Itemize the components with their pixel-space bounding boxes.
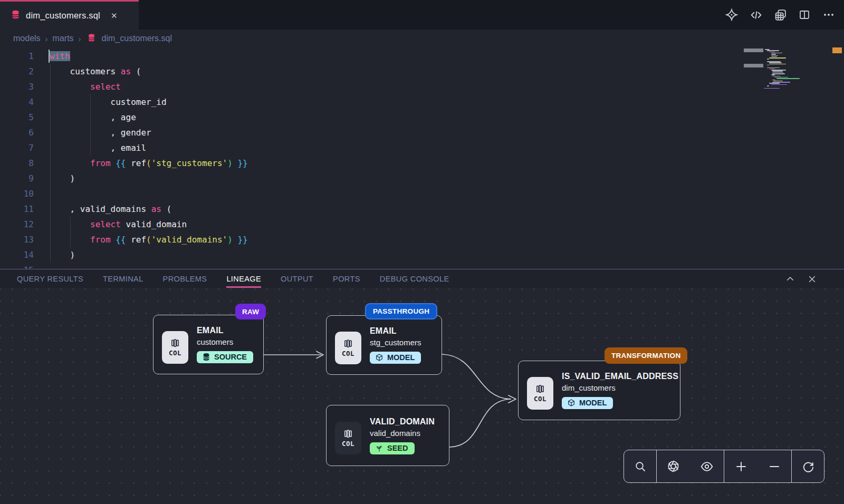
panel-tab-terminal[interactable]: TERMINAL [103,269,143,288]
copy-table-icon[interactable] [773,8,787,22]
panel-tab-lineage[interactable]: LINEAGE [226,269,261,288]
minimap-line [765,49,770,50]
panel-actions [785,269,817,288]
zoom-out-icon[interactable] [758,450,792,482]
line-numbers: 123456789101112131415 [0,49,34,269]
code-line[interactable]: , gender [50,125,744,140]
code-editor[interactable]: 123456789101112131415 with customers as … [0,47,844,269]
line-number: 14 [0,247,34,263]
tab-dim-customers-sql[interactable]: dim_customers.sql ✕ [0,0,139,30]
aperture-icon[interactable] [657,450,690,482]
code-line[interactable]: , email [50,140,744,156]
node-model-name: customers [197,337,253,346]
source-badge: SOURCE [197,351,253,363]
lineage-node-dim-customers[interactable]: COL IS_VALID_EMAIL_ADDRESS dim_customers… [518,361,680,420]
minimap-line [769,64,786,65]
column-chip-label: COL [169,349,181,357]
panel-tab-query-results[interactable]: QUERY RESULTS [17,269,83,288]
text-cursor [49,50,50,63]
line-number: 11 [0,201,34,217]
minimap-line [771,84,787,85]
tab-title: dim_customers.sql [26,11,100,21]
eye-icon[interactable] [690,450,724,482]
tag-raw: RAW [235,304,266,319]
breadcrumb-item-marts[interactable]: marts [53,34,74,43]
more-actions-icon[interactable] [822,8,836,22]
minimap-decoration [744,64,763,67]
breadcrumb-item-models[interactable]: models [13,34,41,43]
line-number: 15 [0,263,34,269]
minimap[interactable] [744,47,820,137]
minimap-line [771,55,778,56]
code-line[interactable]: select valid_domain [50,217,744,232]
minimap-line [772,72,783,73]
minimap-line [771,53,782,54]
minimap-line [772,80,775,81]
database-icon [11,9,21,22]
code-line[interactable]: from {{ ref('stg_customers') }} [50,156,744,171]
minimap-line [772,76,781,77]
lineage-node-valid-domains[interactable]: COL VALID_DOMAIN valid_domains SEED [326,405,449,466]
minimap-line [772,73,785,74]
dbt-power-user-icon[interactable] [725,8,738,22]
search-icon[interactable] [624,450,656,482]
line-number: 7 [0,140,34,156]
minimap-line [769,52,775,53]
minimap-line [767,65,769,66]
line-number: 3 [0,79,34,94]
panel-tab-debug-console[interactable]: DEBUG CONSOLE [380,269,449,288]
overview-ruler-marker [832,47,842,53]
line-number: 5 [0,110,34,125]
minimap-line [767,85,769,86]
code-line[interactable] [50,263,744,269]
code-line[interactable] [50,186,744,201]
minimap-line [767,67,780,69]
panel-tab-ports[interactable]: PORTS [333,269,360,288]
line-number: 8 [0,156,34,171]
minimap-line [771,70,786,71]
line-number: 9 [0,171,34,186]
tab-close-icon[interactable]: ✕ [111,11,118,21]
code-line[interactable]: , valid_domains as ( [50,201,744,217]
split-editor-icon[interactable] [798,8,811,22]
lineage-node-stg-customers[interactable]: COL EMAIL stg_customers MODEL [326,315,442,375]
minimap-line [772,71,783,72]
column-chip: COL [162,331,188,364]
panel-close-icon[interactable] [808,275,817,284]
line-number: 4 [0,94,34,110]
column-chip-label: COL [534,395,546,403]
lineage-node-customers[interactable]: COL EMAIL customers SOURCE [153,315,264,374]
code-line[interactable]: ) [50,171,744,186]
column-chip-label: COL [342,440,354,448]
column-chip: COL [335,422,361,454]
breadcrumb: models › marts › dim_customers.sql [0,30,844,47]
refresh-icon[interactable] [792,450,824,482]
code-line[interactable]: , age [50,110,744,125]
line-number: 2 [0,64,34,79]
code-area[interactable]: with customers as ( select customer_id ,… [50,49,744,269]
panel-tab-output[interactable]: OUTPUT [281,269,313,288]
code-line[interactable]: customer_id [50,94,744,110]
code-line[interactable]: from {{ ref('valid_domains') }} [50,232,744,247]
panel-tab-problems[interactable]: PROBLEMS [163,269,207,288]
minimap-decoration [744,49,763,52]
node-model-name: stg_customers [370,338,421,347]
lineage-canvas[interactable]: COL EMAIL customers SOURCE RAW [0,288,844,504]
zoom-in-icon[interactable] [724,450,758,482]
node-column-name: EMAIL [197,326,253,335]
line-number: 6 [0,125,34,140]
code-line[interactable]: with [50,49,744,64]
code-icon[interactable] [749,8,763,22]
node-column-name: VALID_DOMAIN [370,417,435,427]
code-line[interactable]: ) [50,247,744,263]
code-line[interactable]: select [50,79,744,94]
column-chip: COL [335,332,361,364]
node-model-name: dim_customers [562,383,678,392]
minimap-line [769,69,775,70]
breadcrumb-item-file[interactable]: dim_customers.sql [102,34,172,43]
code-line[interactable]: customers as ( [50,64,744,79]
toolbar-group-zoom [724,450,792,482]
column-chip-label: COL [342,350,354,357]
ide-window: dim_customers.sql ✕ [0,0,844,504]
chevron-up-icon[interactable] [785,274,795,284]
